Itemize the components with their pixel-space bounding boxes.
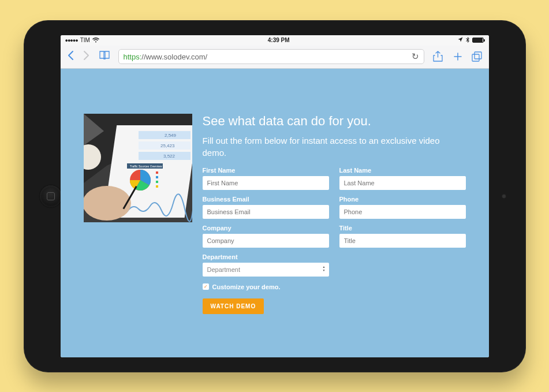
field-first-name: First Name bbox=[203, 167, 329, 190]
tabs-icon[interactable] bbox=[472, 51, 483, 62]
browser-toolbar: https://www.solodev.com/ ↻ bbox=[61, 46, 489, 69]
label-phone: Phone bbox=[339, 196, 466, 203]
field-title: Title bbox=[339, 225, 466, 248]
watch-demo-button[interactable]: WATCH DEMO bbox=[203, 298, 264, 314]
field-phone: Phone bbox=[339, 196, 466, 219]
label-department: Department bbox=[203, 253, 329, 260]
customize-row: ✓ Customize your demo. bbox=[203, 283, 466, 290]
form-area: See what data can do for you. Fill out t… bbox=[203, 114, 466, 346]
forward-button bbox=[83, 50, 91, 63]
input-title[interactable] bbox=[339, 234, 466, 248]
field-company: Company bbox=[203, 225, 329, 248]
new-tab-icon[interactable] bbox=[452, 51, 464, 62]
customize-checkbox[interactable]: ✓ bbox=[203, 283, 209, 290]
svg-text:25,423: 25,423 bbox=[160, 143, 175, 148]
location-icon bbox=[458, 37, 463, 43]
back-button[interactable] bbox=[66, 50, 74, 63]
url-rest: //www.solodev.com/ bbox=[141, 53, 207, 61]
input-email[interactable] bbox=[203, 205, 329, 219]
carrier-label: TIM bbox=[80, 37, 90, 43]
label-last-name: Last Name bbox=[339, 167, 466, 174]
share-icon[interactable] bbox=[432, 51, 444, 62]
signal-dots-icon: ●●●●● bbox=[65, 38, 78, 43]
label-company: Company bbox=[203, 225, 329, 232]
page-subhead: Fill out the form below for instant acce… bbox=[203, 135, 466, 159]
bookmarks-icon[interactable] bbox=[99, 51, 110, 63]
field-last-name: Last Name bbox=[339, 167, 466, 190]
svg-text:3,522: 3,522 bbox=[163, 154, 175, 159]
input-phone[interactable] bbox=[339, 205, 466, 219]
tablet-frame: ●●●●● TIM 4:39 PM bbox=[24, 20, 526, 372]
input-first-name[interactable] bbox=[203, 176, 329, 190]
battery-icon bbox=[472, 38, 484, 43]
url-bar[interactable]: https://www.solodev.com/ ↻ bbox=[118, 49, 424, 64]
status-left: ●●●●● TIM bbox=[65, 37, 99, 43]
bluetooth-icon bbox=[466, 37, 469, 44]
page-content: 2,549 25,423 3,522 Traffic Sources Overv… bbox=[61, 69, 489, 357]
label-email: Business Email bbox=[203, 196, 329, 203]
status-bar: ●●●●● TIM 4:39 PM bbox=[61, 35, 489, 46]
svg-rect-16 bbox=[156, 181, 158, 183]
status-time: 4:39 PM bbox=[268, 37, 290, 43]
select-department[interactable]: Department bbox=[203, 263, 329, 277]
front-camera bbox=[502, 194, 506, 199]
input-last-name[interactable] bbox=[339, 176, 466, 190]
screen: ●●●●● TIM 4:39 PM bbox=[61, 35, 489, 357]
customize-label: Customize your demo. bbox=[212, 283, 281, 290]
field-department: Department Department bbox=[203, 253, 329, 277]
reload-icon[interactable]: ↻ bbox=[412, 51, 419, 62]
svg-point-18 bbox=[84, 186, 131, 221]
svg-rect-14 bbox=[156, 171, 158, 174]
status-right bbox=[458, 37, 484, 44]
svg-text:2,549: 2,549 bbox=[165, 133, 177, 138]
svg-rect-0 bbox=[472, 54, 479, 61]
svg-rect-15 bbox=[156, 176, 158, 178]
url-scheme: https: bbox=[124, 53, 142, 61]
label-first-name: First Name bbox=[203, 167, 329, 174]
svg-rect-1 bbox=[475, 52, 481, 59]
page-headline: See what data can do for you. bbox=[203, 114, 466, 129]
wifi-icon bbox=[92, 38, 99, 43]
svg-text:Traffic Sources Overview: Traffic Sources Overview bbox=[130, 165, 162, 168]
input-company[interactable] bbox=[203, 234, 329, 248]
svg-rect-17 bbox=[156, 185, 158, 188]
form-grid: First Name Last Name Business Email Phon… bbox=[203, 167, 466, 277]
hero-image: 2,549 25,423 3,522 Traffic Sources Overv… bbox=[84, 114, 192, 222]
label-title: Title bbox=[339, 225, 466, 232]
home-button[interactable] bbox=[40, 185, 62, 207]
field-email: Business Email bbox=[203, 196, 329, 219]
